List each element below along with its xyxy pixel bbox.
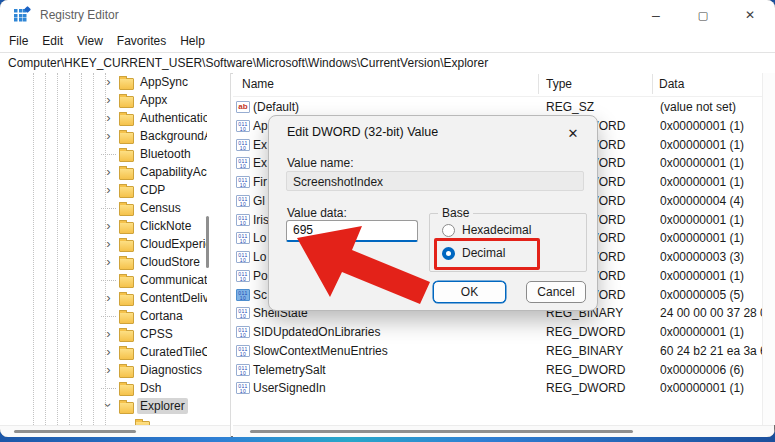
scrollbar-thumb[interactable] bbox=[14, 430, 136, 433]
radio-checked-icon[interactable] bbox=[442, 247, 455, 260]
folder-icon bbox=[119, 114, 134, 126]
scrollbar-thumb[interactable] bbox=[250, 430, 633, 433]
folder-icon bbox=[119, 276, 134, 288]
table-row[interactable]: 01110TelemetrySaltREG_DWORD0x00000006 (6… bbox=[233, 361, 775, 380]
dword-value-icon: 01110 bbox=[236, 382, 250, 394]
column-header-data[interactable]: Data bbox=[659, 77, 684, 91]
dword-value-icon: 01110 bbox=[236, 120, 250, 132]
tree-item-cortana[interactable]: ›Cortana bbox=[0, 307, 207, 325]
list-header: Name Type Data bbox=[233, 72, 775, 97]
radio-unchecked-icon[interactable] bbox=[442, 224, 455, 237]
menu-view[interactable]: View bbox=[70, 34, 110, 48]
tree-item-dsh[interactable]: ›Dsh bbox=[0, 379, 207, 397]
chevron-right-icon: › bbox=[102, 362, 115, 378]
chevron-right-icon: › bbox=[102, 290, 115, 306]
dword-value-icon: 01110 bbox=[236, 157, 250, 169]
list-vertical-scrollbar[interactable] bbox=[762, 73, 775, 425]
tree-item-explorer-child[interactable]: › bbox=[0, 416, 207, 425]
folder-icon bbox=[119, 312, 134, 324]
tree-item-curatedtilecollection[interactable]: ›CuratedTileC bbox=[0, 343, 207, 361]
folder-icon bbox=[119, 150, 134, 162]
table-row[interactable]: 01110SIDUpdatedOnLibrariesREG_DWORD0x000… bbox=[233, 323, 775, 342]
pane-divider[interactable] bbox=[230, 73, 231, 437]
dword-value-icon: 01110 bbox=[236, 251, 250, 263]
minimize-icon[interactable]: – bbox=[634, 0, 678, 30]
address-bar[interactable]: Computer\HKEY_CURRENT_USER\Software\Micr… bbox=[0, 52, 775, 74]
close-icon[interactable]: ✕ bbox=[728, 0, 772, 30]
tree-vertical-scrollbar[interactable] bbox=[206, 216, 209, 268]
table-row[interactable]: 01110UserSignedInREG_DWORD0x00000001 (1) bbox=[233, 379, 775, 398]
dword-value-icon: 01110 bbox=[236, 326, 250, 338]
menu-edit[interactable]: Edit bbox=[35, 34, 70, 48]
menu-file[interactable]: File bbox=[2, 34, 35, 48]
value-data-input[interactable]: 695 bbox=[286, 220, 418, 242]
chevron-right-icon: › bbox=[102, 128, 115, 144]
value-data-label: Value data: bbox=[287, 206, 347, 220]
tree-item-contentdelivery[interactable]: ›ContentDeliv bbox=[0, 289, 207, 307]
list-horizontal-scrollbar[interactable] bbox=[233, 425, 774, 437]
dialog-close-icon[interactable]: ✕ bbox=[561, 122, 585, 144]
table-row[interactable]: 01110SlowContextMenuEntriesREG_BINARY60 … bbox=[233, 342, 775, 361]
tree-item-appsync[interactable]: ›AppSync bbox=[0, 73, 207, 91]
cancel-button[interactable]: Cancel bbox=[526, 281, 586, 303]
value-name-field[interactable]: ScreenshotIndex bbox=[286, 171, 584, 191]
tree-item-explorer[interactable]: ›Explorer bbox=[0, 397, 207, 415]
tree-item-cpss[interactable]: ›CPSS bbox=[0, 325, 207, 343]
dword-value-icon: 01110 bbox=[236, 195, 250, 207]
folder-icon bbox=[119, 384, 134, 396]
tree-item-cloudexperience[interactable]: ›CloudExperie bbox=[0, 235, 207, 253]
dword-value-icon: 01110 bbox=[236, 232, 250, 244]
column-separator[interactable] bbox=[652, 74, 653, 94]
registry-path: Computer\HKEY_CURRENT_USER\Software\Micr… bbox=[0, 56, 488, 70]
binary-value-icon: 01110 bbox=[236, 345, 250, 357]
decimal-radio[interactable]: Decimal bbox=[442, 246, 505, 260]
dialog-title: Edit DWORD (32-bit) Value bbox=[287, 125, 438, 139]
column-separator[interactable] bbox=[538, 74, 539, 94]
binary-value-icon: 01110 bbox=[236, 307, 250, 319]
chevron-right-icon: › bbox=[102, 236, 115, 252]
folder-icon bbox=[119, 78, 134, 90]
registry-editor-icon bbox=[14, 7, 30, 23]
tree-item-diagnostics[interactable]: ›Diagnostics bbox=[0, 361, 207, 379]
registry-editor-window: Registry Editor – ▢ ✕ File Edit View Fav… bbox=[0, 0, 775, 437]
menu-favorites[interactable]: Favorites bbox=[110, 34, 173, 48]
folder-icon bbox=[119, 294, 134, 306]
maximize-icon[interactable]: ▢ bbox=[681, 0, 725, 30]
value-name-label: Value name: bbox=[287, 156, 354, 170]
chevron-right-icon: › bbox=[102, 182, 115, 198]
menu-help[interactable]: Help bbox=[173, 34, 212, 48]
folder-icon bbox=[119, 402, 134, 414]
tree-item-capabilityaccess[interactable]: ›CapabilityAcc bbox=[0, 163, 207, 181]
tree-item-clicknote[interactable]: ›ClickNote bbox=[0, 217, 207, 235]
folder-icon bbox=[119, 186, 134, 198]
folder-icon bbox=[119, 366, 134, 378]
column-header-type[interactable]: Type bbox=[546, 77, 572, 91]
base-group-label: Base bbox=[438, 206, 473, 220]
hexadecimal-radio[interactable]: Hexadecimal bbox=[442, 223, 531, 237]
tree-item-communications[interactable]: ›Communicat bbox=[0, 271, 207, 289]
dword-value-icon: 01110 bbox=[236, 289, 250, 301]
tree-item-bluetooth[interactable]: ›Bluetooth bbox=[0, 145, 207, 163]
chevron-right-icon: › bbox=[102, 326, 115, 342]
tree-item-cloudstore[interactable]: ›CloudStore bbox=[0, 253, 207, 271]
folder-icon bbox=[119, 204, 134, 216]
folder-icon bbox=[119, 132, 134, 144]
registry-tree: ›AppSync ›Appx ›Authenticatio ›Backgroun… bbox=[0, 73, 230, 425]
tree-item-appx[interactable]: ›Appx bbox=[0, 91, 207, 109]
column-header-name[interactable]: Name bbox=[242, 77, 274, 91]
tree-horizontal-scrollbar[interactable] bbox=[0, 425, 230, 437]
folder-icon bbox=[119, 96, 134, 108]
folder-icon bbox=[119, 348, 134, 360]
tree-item-cdp[interactable]: ›CDP bbox=[0, 181, 207, 199]
ok-button[interactable]: OK bbox=[433, 281, 506, 303]
folder-icon bbox=[119, 222, 134, 234]
tree-item-background[interactable]: ›BackgroundA bbox=[0, 127, 207, 145]
folder-icon bbox=[119, 240, 134, 252]
tree-item-authentication[interactable]: ›Authenticatio bbox=[0, 109, 207, 127]
dword-value-icon: 01110 bbox=[236, 214, 250, 226]
chevron-right-icon: › bbox=[102, 110, 115, 126]
string-value-icon: ab bbox=[236, 101, 250, 113]
chevron-right-icon: › bbox=[102, 74, 115, 90]
dword-value-icon: 01110 bbox=[236, 270, 250, 282]
tree-item-census[interactable]: ›Census bbox=[0, 199, 207, 217]
